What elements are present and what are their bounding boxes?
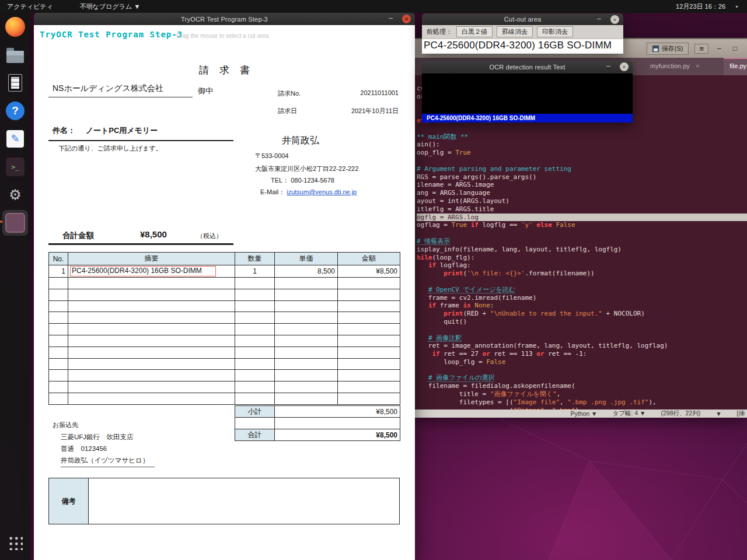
empty-table-row: [49, 358, 400, 370]
empty-table-row: [49, 312, 400, 324]
code-lines: cv2ort et( ** main関数 **ain():oop_flg = T…: [417, 76, 747, 410]
issuer-address: 大阪市東淀川区小松2丁目22-22-222: [255, 164, 358, 173]
minimize-button[interactable]: –: [386, 13, 395, 25]
document-title: 請求書: [34, 64, 415, 77]
clock[interactable]: 12月23日 16：26: [676, 2, 725, 11]
subject-row: 件名： ノートPC用メモリー: [48, 125, 233, 141]
code-line: [417, 326, 747, 334]
code-line: itleflg = ARGS.title: [417, 205, 747, 214]
preprocess-label: 前処理：: [427, 27, 452, 36]
editor-status-bar: Python ▼ タブ幅: 4 ▼ (298行、22列) ▼ [挿: [415, 410, 747, 418]
tax-row: [235, 418, 400, 429]
language-mode-selector[interactable]: Python ▼: [570, 410, 597, 417]
help-icon: ?: [6, 102, 25, 120]
code-line: ain():: [417, 141, 747, 149]
top-bar: アクティビティ 不明なプログラム ▼ 12月23日 16：26 ▼: [0, 0, 747, 13]
tax-included-note: （税込）: [197, 232, 222, 240]
client-honorific: 御中: [198, 86, 213, 96]
code-line: [417, 366, 747, 374]
cutout-titlebar[interactable]: Cut-out area – ×: [422, 13, 623, 25]
empty-table-row: [49, 370, 400, 382]
code-line: if ret == 27 or ret == 113 or ret == -1:: [417, 350, 747, 358]
code-editor[interactable]: cv2ort et( ** main関数 **ain():oop_flg = T…: [415, 75, 747, 410]
code-line: title = "画像ファイルを開く",: [417, 390, 747, 398]
code-line: ang = ARGS.language: [417, 189, 747, 197]
tel-value: 080-1234-5678: [291, 177, 334, 184]
code-line: [417, 229, 747, 237]
code-line: frame = cv2.imread(filename): [417, 294, 747, 302]
dock-item-firefox[interactable]: [2, 14, 28, 40]
tryocr-app-icon: [5, 213, 25, 233]
empty-table-row: [49, 278, 400, 289]
subtotal-row: 小計 ¥8,500: [235, 406, 400, 418]
cutout-window: Cut-out area – × 前処理： 白黒２値 罫線消去 印影消去 PC4…: [422, 13, 623, 54]
code-line: print(RED + "\nUnable to read the input.…: [417, 310, 747, 318]
code-line: ilename = ARGS.image: [417, 181, 747, 189]
editor-minimize-button[interactable]: –: [714, 44, 724, 52]
empty-table-row: [49, 324, 400, 335]
dock-item-tryocr[interactable]: [2, 210, 28, 236]
tab-width-selector[interactable]: タブ幅: 4 ▼: [612, 410, 645, 418]
hamburger-menu-button[interactable]: ≡: [694, 44, 708, 54]
remove-stamp-button[interactable]: 印影消去: [537, 26, 573, 37]
dock-item-text-editor[interactable]: [2, 70, 28, 96]
ocr-minimize-button[interactable]: –: [604, 61, 613, 73]
invoice-date-value: 2021年10月11日: [351, 107, 399, 116]
code-line: # Argument parsing and parameter setting: [417, 165, 747, 173]
invoice-number-label: 請求No.: [278, 89, 301, 98]
cutout-close-button[interactable]: ×: [610, 15, 619, 24]
column-header: 数量: [235, 253, 275, 265]
bank-account-holder: 井筒政弘（イヅツマサヒロ）: [61, 456, 155, 467]
activities-button[interactable]: アクティビティ: [7, 2, 53, 11]
invoice-image-canvas[interactable]: TryOCR Test Program Step-3 Drag the mous…: [34, 25, 415, 560]
code-line: RGS = parse_args().parse_args(): [417, 173, 747, 181]
invoice-date-label: 請求日: [278, 107, 297, 116]
remove-lines-button[interactable]: 罫線消去: [497, 26, 533, 37]
code-line: print('\n file: <{}>'.format(filename)): [417, 270, 747, 278]
tab-file-py[interactable]: file.py: [724, 58, 747, 75]
binarize-button[interactable]: 白黒２値: [456, 26, 493, 37]
tax-label: [235, 418, 275, 429]
preprocess-toolbar: 前処理： 白黒２値 罫線消去 印影消去: [422, 25, 623, 39]
status-caret-icon[interactable]: ▼: [715, 410, 721, 417]
ocr-selected-result-row[interactable]: PC4-25600(DDR4-3200) 16GB SO-DIMM: [422, 114, 633, 123]
subtotal-value: ¥8,500: [275, 406, 400, 418]
ocr-close-button[interactable]: ×: [620, 62, 629, 71]
save-button[interactable]: 保存(S): [647, 43, 689, 55]
close-button[interactable]: ✕: [402, 15, 411, 23]
tab-label: file.py: [729, 62, 746, 75]
code-line: ret = image_annotation(frame, lang, layo…: [417, 342, 747, 350]
tab-myfunction-py[interactable]: myfunction.py ×: [644, 58, 705, 75]
dock-item-settings[interactable]: ⚙: [2, 182, 28, 208]
bank-section-heading: お振込先: [53, 421, 78, 429]
ocr-titlebar[interactable]: OCR detection result Text – ×: [422, 61, 633, 74]
overlay-title: TryOCR Test Program Step-3: [40, 30, 183, 39]
subject-label: 件名：: [53, 126, 75, 135]
mail-link[interactable]: izutsum@venus.dti.ne.jp: [287, 188, 357, 195]
code-line: if logflag:: [417, 261, 747, 270]
app-menu-button[interactable]: 不明なプログラム ▼: [80, 2, 141, 11]
issuer-mail-row: E-Mail： izutsum@venus.dti.ne.jp: [260, 188, 357, 197]
dock-item-notes[interactable]: ✎: [2, 126, 28, 152]
dock-item-help[interactable]: ?: [2, 98, 28, 124]
desktop: 保存(S) ≡ – □ myfunction.py × file.py cv2o…: [0, 0, 747, 560]
remarks-box: 備考: [48, 478, 400, 524]
window-title: TryOCR Test Program Step-3: [34, 16, 415, 23]
show-applications-button[interactable]: [2, 530, 28, 555]
dock: ? ✎ >_ ⚙: [0, 13, 30, 560]
dock-item-files[interactable]: [2, 42, 28, 68]
editor-maximize-button[interactable]: □: [730, 44, 740, 52]
column-header: 単価: [275, 253, 338, 265]
dock-item-terminal[interactable]: >_: [2, 154, 28, 180]
empty-table-row: [49, 382, 400, 393]
remarks-body: [89, 478, 399, 524]
tryocr-titlebar[interactable]: TryOCR Test Program Step-3 – ✕: [34, 13, 415, 25]
overlay-hint: Drag the mouse to select a cut area.: [176, 33, 270, 39]
greeting-text: 下記の通り、ご請求申し上げます。: [58, 144, 162, 153]
code-line: # 画像注釈: [417, 334, 747, 342]
insert-mode-indicator: [挿: [737, 410, 745, 418]
tab-close-icon[interactable]: ×: [696, 62, 699, 75]
code-line: hile(loop_flg):: [417, 254, 747, 262]
cutout-minimize-button[interactable]: –: [595, 13, 603, 26]
system-menu-icon[interactable]: ▼: [735, 5, 739, 9]
